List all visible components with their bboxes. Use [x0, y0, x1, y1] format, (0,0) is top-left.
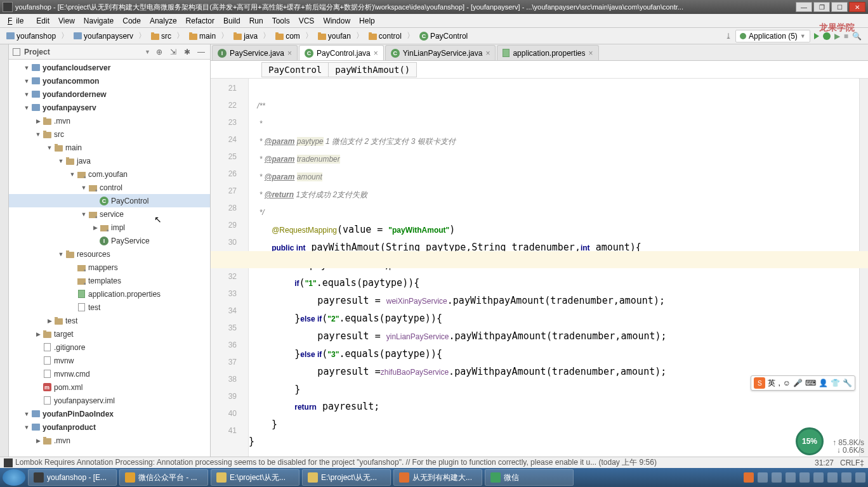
nav-crumb-item[interactable]: java: [231, 30, 260, 42]
tree-item[interactable]: ▶test: [9, 314, 210, 327]
tree-arrow-icon[interactable]: ▼: [46, 145, 53, 151]
nav-crumb-item[interactable]: src: [148, 30, 174, 42]
left-gutter-bar[interactable]: [0, 44, 9, 457]
tree-arrow-icon[interactable]: ▼: [23, 424, 30, 431]
tree-item[interactable]: ▼youfanpayserv: [9, 101, 210, 114]
build-icon[interactable]: ⤓: [725, 32, 732, 41]
tree-item[interactable]: ▼resources: [9, 247, 210, 261]
tray-icon[interactable]: [813, 472, 824, 483]
tab-close-icon[interactable]: ×: [287, 49, 292, 58]
run-config-selector[interactable]: Application (5) ▼: [735, 30, 810, 42]
editor-tab[interactable]: CPayControl.java×: [299, 45, 384, 60]
close-button[interactable]: ✕: [849, 2, 865, 12]
tree-arrow-icon[interactable]: ▼: [23, 411, 30, 417]
nav-crumb-item[interactable]: youfan: [315, 30, 353, 42]
restore-button[interactable]: ❐: [813, 2, 830, 12]
menu-file[interactable]: File: [4, 15, 31, 27]
tree-item[interactable]: ▼src: [9, 127, 210, 141]
menu-navigate[interactable]: Navigate: [80, 15, 117, 27]
tray-icon[interactable]: [855, 472, 865, 483]
tree-arrow-icon[interactable]: ▼: [34, 131, 42, 138]
tree-item[interactable]: ▶impl: [9, 221, 210, 234]
panel-dropdown-icon[interactable]: ▼: [145, 49, 150, 55]
tree-item[interactable]: ▼youfandordernew: [9, 88, 210, 101]
menu-vcs[interactable]: VCS: [295, 15, 319, 27]
ime-tool-icon[interactable]: 🔧: [843, 379, 852, 387]
taskbar-item[interactable]: youfanshop - [E...: [28, 469, 117, 486]
tree-item[interactable]: ▼main: [9, 141, 210, 154]
tray-icon[interactable]: [841, 472, 852, 483]
tray-icon[interactable]: [786, 472, 796, 483]
tree-item[interactable]: ▼service: [9, 207, 210, 221]
bc-method[interactable]: payWithAmout(): [329, 62, 417, 77]
coverage-button[interactable]: ▶: [834, 32, 840, 41]
tree-item[interactable]: ▼youfancloudserver: [9, 61, 210, 74]
nav-crumb-item[interactable]: com: [273, 30, 303, 42]
tray-icon[interactable]: [758, 472, 768, 483]
tree-item[interactable]: IPayService: [9, 234, 210, 247]
tree-item[interactable]: mvnw: [9, 354, 210, 367]
tree-arrow-icon[interactable]: ▼: [23, 78, 30, 84]
tree-item[interactable]: ▼youfanproduct: [9, 420, 210, 434]
locate-icon[interactable]: ⊕: [154, 47, 164, 57]
tree-arrow-icon[interactable]: ▶: [34, 331, 42, 337]
tree-arrow-icon[interactable]: ▼: [23, 65, 30, 71]
ime-keyboard-icon[interactable]: ⌨: [805, 379, 816, 387]
ime-mic-icon[interactable]: 🎤: [793, 379, 803, 387]
editor-tab[interactable]: CYinLianPayService.java×: [385, 45, 496, 60]
tab-close-icon[interactable]: ×: [485, 49, 490, 58]
code-editor[interactable]: 2122232425262728293031323334353637383940…: [211, 79, 868, 457]
tab-close-icon[interactable]: ×: [374, 49, 378, 58]
menu-build[interactable]: Build: [220, 15, 244, 27]
tree-arrow-icon[interactable]: ▼: [23, 105, 30, 111]
ime-user-icon[interactable]: 👤: [819, 379, 828, 387]
tree-arrow-icon[interactable]: ▶: [46, 318, 53, 324]
tray-icon[interactable]: [827, 472, 838, 483]
ime-face-icon[interactable]: ☺: [783, 379, 791, 387]
tree-item[interactable]: ▼youfancommon: [9, 74, 210, 88]
tree-item[interactable]: youfanpayserv.iml: [9, 394, 210, 407]
tree-item[interactable]: ▼com.youfan: [9, 167, 210, 181]
tree-item[interactable]: ▶.mvn: [9, 434, 210, 447]
tree-item[interactable]: ▼control: [9, 181, 210, 194]
menu-code[interactable]: Code: [119, 15, 145, 27]
tray-icon[interactable]: [772, 472, 782, 483]
project-tree[interactable]: ▼youfancloudserver▼youfancommon▼youfando…: [9, 60, 210, 457]
menu-tools[interactable]: Tools: [268, 15, 294, 27]
tree-item[interactable]: ▼java: [9, 154, 210, 167]
nav-crumb-item[interactable]: main: [187, 30, 218, 42]
nav-crumb-item[interactable]: youfanpayserv: [71, 30, 136, 42]
tree-item[interactable]: ▶target: [9, 327, 210, 341]
minimize-button[interactable]: —: [796, 2, 812, 12]
tray-icon[interactable]: [744, 472, 754, 483]
tree-item[interactable]: mappers: [9, 261, 210, 274]
tree-item[interactable]: ▼youfanPinDaoIndex: [9, 407, 210, 420]
maximize-button[interactable]: ☐: [831, 2, 848, 12]
ime-comma[interactable]: ,: [778, 379, 780, 387]
tree-arrow-icon[interactable]: ▼: [23, 91, 30, 98]
search-icon[interactable]: 🔍: [852, 32, 862, 41]
taskbar-item[interactable]: 从无到有构建大...: [393, 469, 482, 486]
tree-item[interactable]: .gitignore: [9, 341, 210, 354]
tree-arrow-icon[interactable]: ▼: [57, 251, 65, 257]
editor-tab[interactable]: application.properties×: [497, 45, 598, 60]
start-button[interactable]: [3, 469, 25, 486]
nav-crumb-item[interactable]: CPayControl: [417, 30, 470, 42]
tree-arrow-icon[interactable]: ▶: [91, 224, 99, 231]
stop-button[interactable]: ■: [844, 32, 848, 41]
tray-icon[interactable]: [799, 472, 810, 483]
tab-close-icon[interactable]: ×: [589, 49, 593, 58]
tree-arrow-icon[interactable]: ▶: [34, 118, 42, 124]
taskbar-item[interactable]: E:\project\从无...: [302, 469, 391, 486]
tree-arrow-icon[interactable]: ▼: [57, 158, 65, 164]
tree-item[interactable]: mpom.xml: [9, 380, 210, 394]
tree-item[interactable]: CPayControl: [9, 194, 210, 207]
tree-item[interactable]: templates: [9, 274, 210, 287]
hide-icon[interactable]: —: [196, 47, 206, 57]
performance-widget[interactable]: 15%: [796, 427, 824, 455]
bc-class[interactable]: PayControl: [261, 62, 329, 77]
menu-analyze[interactable]: Analyze: [146, 15, 181, 27]
ime-mode[interactable]: 英: [768, 378, 775, 389]
tree-item[interactable]: test: [9, 301, 210, 314]
menu-help[interactable]: Help: [355, 15, 379, 27]
